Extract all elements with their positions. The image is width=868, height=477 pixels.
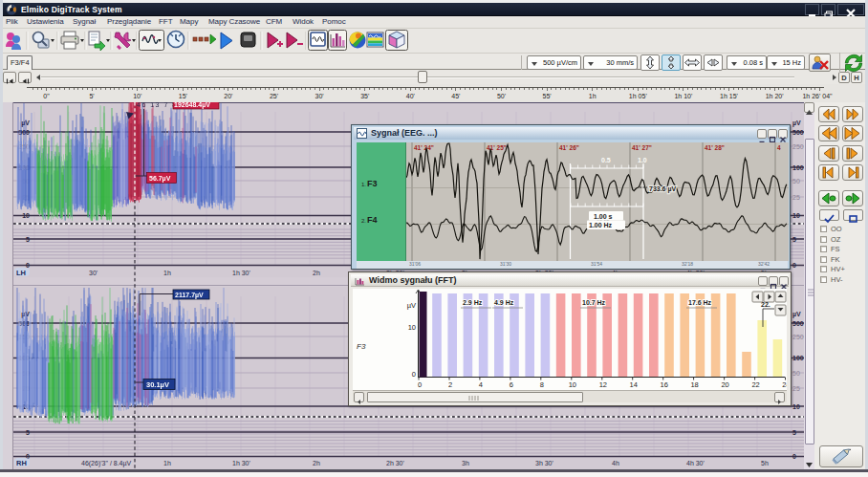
svg-text:5: 5 (26, 429, 30, 436)
svg-text:5: 5 (26, 236, 30, 243)
svg-text:50: 50 (792, 178, 800, 184)
svg-text:0: 0 (412, 370, 416, 379)
svg-text:2117.7µV: 2117.7µV (175, 292, 204, 299)
svg-text:30': 30' (89, 270, 98, 276)
svg-text:F3: F3 (357, 342, 366, 351)
svg-text:733.6 µV: 733.6 µV (649, 185, 676, 193)
svg-text:8: 8 (540, 380, 544, 389)
svg-text:5: 5 (792, 236, 796, 243)
svg-text:25': 25' (270, 93, 278, 99)
svg-text:22: 22 (751, 380, 759, 389)
svg-text:250: 250 (792, 334, 804, 340)
svg-text:4h 30': 4h 30' (686, 460, 705, 466)
svg-text:55': 55' (543, 93, 552, 99)
svg-text:17.6 Hz: 17.6 Hz (688, 299, 712, 306)
svg-text:10: 10 (792, 403, 800, 410)
svg-text:6: 6 (510, 380, 513, 389)
svg-text:3h: 3h (462, 460, 469, 466)
svg-text:RH: RH (16, 459, 27, 467)
svg-text:500: 500 (792, 129, 804, 136)
svg-text:18: 18 (690, 380, 698, 389)
svg-text:500: 500 (792, 320, 804, 327)
svg-text:2h: 2h (313, 460, 320, 466)
svg-text:16: 16 (661, 380, 668, 389)
svg-text:1.0: 1.0 (638, 157, 647, 163)
svg-text:22.: 22. (761, 301, 770, 308)
svg-text:1h 30': 1h 30' (232, 270, 250, 276)
svg-text:4: 4 (777, 144, 781, 151)
svg-text:4: 4 (479, 380, 483, 389)
svg-text:30.1µV: 30.1µV (146, 380, 169, 389)
svg-text:1h 20': 1h 20' (766, 93, 784, 99)
svg-text:10: 10 (569, 380, 576, 389)
svg-text:35': 35' (360, 93, 369, 99)
svg-text:0": 0" (43, 93, 50, 99)
svg-text:0: 0 (418, 380, 422, 389)
svg-text:41' 26": 41' 26" (559, 144, 579, 151)
svg-text:4h: 4h (612, 460, 619, 466)
svg-text:56.7µV: 56.7µV (149, 175, 171, 183)
svg-text:5h: 5h (761, 460, 769, 466)
svg-text:192648.4µV: 192648.4µV (174, 102, 210, 109)
svg-text:14: 14 (630, 380, 638, 389)
svg-text:1.00 Hz: 1.00 Hz (589, 222, 613, 228)
svg-text:41' 24": 41' 24" (414, 144, 434, 151)
svg-text:25: 25 (792, 194, 800, 201)
svg-text:µV: µV (792, 119, 801, 127)
svg-text:µV: µV (792, 311, 801, 318)
svg-text:50: 50 (792, 370, 800, 377)
svg-text:10': 10' (133, 93, 141, 99)
svg-text:10: 10 (22, 212, 30, 219)
svg-text:0: 0 (792, 453, 796, 460)
svg-text:1h 26' 04": 1h 26' 04" (802, 93, 833, 99)
svg-text:30': 30' (315, 93, 324, 99)
svg-text:LH: LH (16, 269, 26, 277)
svg-text:µV: µV (407, 301, 416, 310)
svg-text:0: 0 (26, 262, 30, 269)
svg-text:1h 10': 1h 10' (674, 93, 692, 99)
svg-text:2h 30': 2h 30' (386, 460, 404, 466)
svg-text:2: 2 (448, 380, 452, 389)
svg-text:20': 20' (224, 93, 232, 99)
svg-text:20: 20 (721, 380, 728, 389)
svg-text:1h: 1h (163, 270, 171, 276)
svg-text:10: 10 (408, 323, 416, 332)
svg-text:24: 24 (782, 380, 787, 389)
svg-text:0: 0 (792, 262, 796, 269)
svg-text:2h: 2h (313, 270, 320, 276)
svg-text:250: 250 (792, 143, 804, 150)
svg-text:25: 25 (792, 385, 800, 392)
svg-text:50': 50' (497, 93, 506, 99)
svg-text:12: 12 (599, 380, 607, 389)
svg-text:5: 5 (792, 429, 796, 436)
svg-text:2.9 Hz: 2.9 Hz (463, 299, 483, 306)
svg-text:10.7 Hz: 10.7 Hz (582, 299, 606, 306)
svg-text:1h: 1h (163, 460, 171, 466)
svg-text:0.5: 0.5 (601, 157, 611, 163)
svg-text:41' 28": 41' 28" (705, 144, 725, 151)
svg-text:1h 05': 1h 05' (629, 93, 647, 99)
svg-text:10: 10 (792, 212, 800, 219)
svg-text:41' 27": 41' 27" (632, 144, 652, 151)
svg-text:5': 5' (89, 93, 94, 99)
svg-text:46 13 7 8: 46 13 7 8 (137, 102, 178, 108)
svg-text:100: 100 (792, 355, 804, 361)
svg-text:4.9 Hz: 4.9 Hz (494, 299, 514, 306)
svg-text:41' 25": 41' 25" (487, 144, 507, 151)
svg-text:40': 40' (406, 93, 415, 99)
svg-text:1.00 s: 1.00 s (594, 213, 613, 220)
svg-text:3h 30': 3h 30' (535, 460, 553, 466)
svg-text:15': 15' (179, 93, 187, 99)
svg-text:1h: 1h (589, 93, 597, 99)
svg-text:100: 100 (792, 164, 804, 171)
svg-text:45': 45' (451, 93, 460, 99)
svg-text:1h 15': 1h 15' (720, 93, 738, 99)
svg-text:1h 30': 1h 30' (232, 460, 250, 466)
svg-text:46(26)'3" / 8.4µV: 46(26)'3" / 8.4µV (81, 460, 132, 467)
